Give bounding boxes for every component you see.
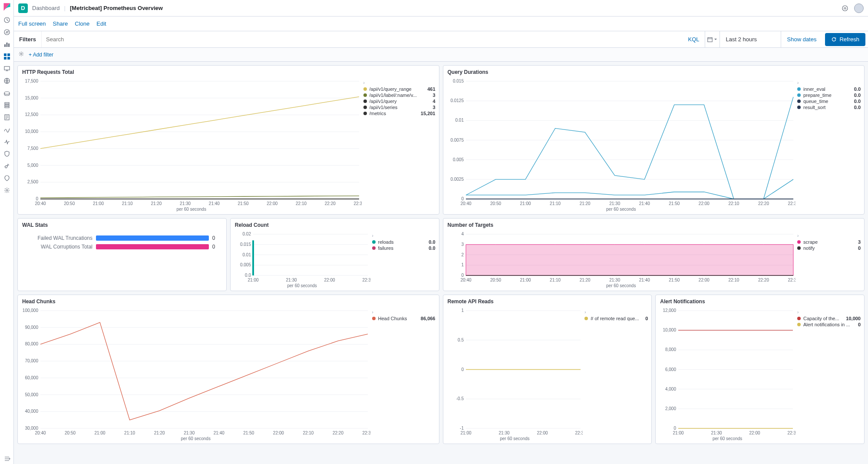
nav-logs-icon[interactable] bbox=[3, 114, 10, 121]
kibana-logo[interactable] bbox=[3, 3, 11, 11]
space-badge[interactable]: D bbox=[18, 3, 28, 13]
kql-toggle[interactable]: KQL bbox=[683, 36, 705, 43]
legend-dot bbox=[363, 87, 367, 91]
legend-item[interactable]: /api/v1/series 3 bbox=[363, 104, 436, 110]
svg-text:10,000: 10,000 bbox=[663, 328, 677, 332]
svg-text:4: 4 bbox=[461, 232, 464, 236]
legend-item[interactable]: /api/v1/label/:name/v... 3 bbox=[363, 92, 436, 98]
nav-ml-icon[interactable] bbox=[3, 89, 10, 96]
legend-dot bbox=[797, 317, 801, 320]
legend-item[interactable]: scrape 3 bbox=[797, 239, 861, 245]
legend-toggle[interactable]: › bbox=[372, 309, 436, 315]
legend-item[interactable]: # of remote read que... 0 bbox=[584, 315, 648, 321]
legend-value: 0.0 bbox=[854, 86, 861, 92]
legend-item[interactable]: Capacity of the... 10,000 bbox=[797, 315, 861, 321]
time-range[interactable]: Last 2 hours bbox=[720, 36, 781, 43]
legend-label: /api/v1/label/:name/v... bbox=[370, 93, 430, 98]
nav-recently-viewed-icon[interactable] bbox=[3, 17, 10, 23]
x-axis-caption: per 60 seconds bbox=[234, 282, 370, 288]
svg-text:0.0025: 0.0025 bbox=[450, 177, 464, 182]
nav-infra-icon[interactable] bbox=[3, 102, 10, 109]
legend-item[interactable]: queue_time 0.0 bbox=[797, 98, 861, 104]
legend-dot bbox=[372, 240, 376, 244]
svg-text:21:30: 21:30 bbox=[286, 278, 297, 282]
legend-value: 10,000 bbox=[846, 316, 861, 321]
newsfeed-icon[interactable] bbox=[840, 3, 850, 13]
filter-options-icon[interactable] bbox=[18, 51, 24, 58]
x-axis-caption: per 60 seconds bbox=[21, 435, 370, 441]
legend-toggle[interactable]: › bbox=[797, 309, 861, 315]
edit-link[interactable]: Edit bbox=[96, 20, 106, 27]
chart-qd: 00.00250.0050.00750.010.01250.01520:4020… bbox=[447, 79, 796, 206]
wal-value: 0 bbox=[212, 244, 221, 250]
svg-rect-19 bbox=[708, 37, 713, 42]
legend-value: 86,066 bbox=[421, 316, 436, 321]
legend-item[interactable]: inner_eval 0.0 bbox=[797, 86, 861, 92]
svg-text:21:10: 21:10 bbox=[124, 431, 135, 435]
legend-toggle[interactable]: › bbox=[363, 80, 436, 86]
nav-collapse-icon[interactable] bbox=[3, 457, 10, 464]
legend-dot bbox=[797, 99, 801, 103]
clone-link[interactable]: Clone bbox=[75, 20, 89, 27]
nav-maps-icon[interactable] bbox=[3, 77, 10, 84]
legend-item[interactable]: prepare_time 0.0 bbox=[797, 92, 861, 98]
legend-item[interactable]: Head Chunks 86,066 bbox=[372, 315, 436, 321]
legend-head: › Head Chunks 86,066 bbox=[370, 308, 436, 441]
legend-dot bbox=[363, 93, 367, 97]
nav-visualize-icon[interactable] bbox=[3, 41, 10, 48]
legend-item[interactable]: /api/v1/query 4 bbox=[363, 98, 436, 104]
legend-item[interactable]: /metrics 15,201 bbox=[363, 110, 436, 116]
nav-uptime-icon[interactable] bbox=[3, 138, 10, 145]
add-filter-link[interactable]: + Add filter bbox=[29, 52, 53, 58]
svg-text:22:10: 22:10 bbox=[296, 201, 307, 206]
legend-item[interactable]: Alert notifications in ... 0 bbox=[797, 321, 861, 328]
breadcrumb: Dashboard | [Metricbeat] Prometheus Over… bbox=[32, 5, 163, 11]
svg-text:22:30: 22:30 bbox=[362, 431, 370, 435]
nav-discover-icon[interactable] bbox=[3, 29, 10, 36]
legend-item[interactable]: failures 0.0 bbox=[372, 245, 436, 251]
nav-siem-icon[interactable] bbox=[3, 150, 10, 157]
legend-item[interactable]: /api/v1/query_range 461 bbox=[363, 86, 436, 92]
user-avatar[interactable] bbox=[854, 3, 864, 13]
svg-point-20 bbox=[20, 53, 22, 55]
svg-text:20:40: 20:40 bbox=[35, 201, 46, 206]
legend-remote: › # of remote read que... 0 bbox=[583, 308, 648, 441]
fullscreen-link[interactable]: Full screen bbox=[18, 20, 46, 27]
legend-item[interactable]: result_sort 0.0 bbox=[797, 104, 861, 110]
svg-text:-0.5: -0.5 bbox=[456, 396, 464, 401]
svg-text:22:20: 22:20 bbox=[758, 278, 769, 282]
legend-label: /api/v1/query bbox=[370, 99, 430, 104]
nav-management-icon[interactable] bbox=[3, 187, 10, 194]
nav-apm-icon[interactable] bbox=[3, 126, 10, 133]
legend-item[interactable]: reloads 0.0 bbox=[372, 239, 436, 245]
svg-text:30,000: 30,000 bbox=[25, 426, 38, 431]
nav-canvas-icon[interactable] bbox=[3, 65, 10, 72]
svg-text:1: 1 bbox=[461, 308, 464, 313]
svg-text:6,000: 6,000 bbox=[665, 367, 676, 372]
legend-dot bbox=[797, 106, 801, 109]
wal-value: 0 bbox=[212, 235, 221, 241]
legend-toggle[interactable]: › bbox=[372, 232, 436, 239]
nav-monitoring-icon[interactable] bbox=[3, 175, 10, 182]
svg-text:100,000: 100,000 bbox=[23, 308, 39, 313]
svg-text:22:30: 22:30 bbox=[353, 201, 361, 206]
share-link[interactable]: Share bbox=[53, 20, 68, 27]
nav-devtools-icon[interactable] bbox=[3, 162, 10, 169]
show-dates-link[interactable]: Show dates bbox=[781, 31, 823, 47]
date-quick-select[interactable] bbox=[705, 31, 720, 47]
legend-toggle[interactable]: › bbox=[584, 309, 648, 315]
breadcrumb-root[interactable]: Dashboard bbox=[32, 5, 60, 11]
search-input[interactable] bbox=[42, 31, 683, 47]
svg-text:20:40: 20:40 bbox=[460, 201, 471, 206]
legend-toggle[interactable]: › bbox=[797, 80, 861, 86]
panel-title: WAL Stats bbox=[18, 219, 226, 232]
side-nav bbox=[0, 0, 14, 464]
svg-text:4,000: 4,000 bbox=[665, 387, 676, 391]
nav-dashboard-icon[interactable] bbox=[3, 53, 10, 60]
svg-text:0.015: 0.015 bbox=[240, 242, 251, 247]
svg-text:21:30: 21:30 bbox=[498, 431, 509, 435]
svg-text:22:10: 22:10 bbox=[728, 278, 739, 282]
legend-item[interactable]: notify 0 bbox=[797, 245, 861, 251]
legend-toggle[interactable]: › bbox=[797, 232, 861, 239]
refresh-button[interactable]: Refresh bbox=[825, 33, 865, 46]
